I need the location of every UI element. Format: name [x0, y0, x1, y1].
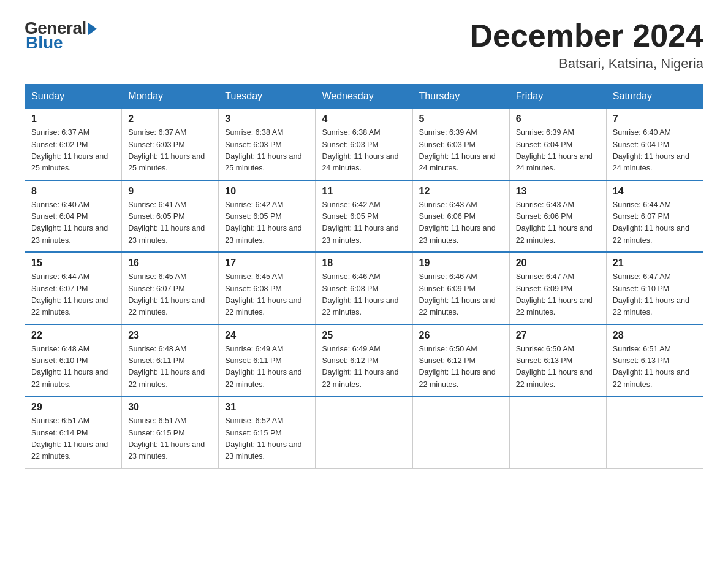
calendar-cell: 3Sunrise: 6:38 AMSunset: 6:03 PMDaylight…	[219, 109, 316, 180]
day-number: 3	[225, 113, 309, 124]
calendar-week-5: 29Sunrise: 6:51 AMSunset: 6:14 PMDayligh…	[25, 396, 703, 468]
day-number: 25	[322, 330, 406, 341]
calendar-table: SundayMondayTuesdayWednesdayThursdayFrid…	[25, 84, 703, 469]
calendar-cell: 31Sunrise: 6:52 AMSunset: 6:15 PMDayligh…	[219, 396, 316, 468]
calendar-cell: 19Sunrise: 6:46 AMSunset: 6:09 PMDayligh…	[412, 252, 509, 324]
header-saturday: Saturday	[606, 85, 703, 109]
calendar-cell: 13Sunrise: 6:43 AMSunset: 6:06 PMDayligh…	[509, 180, 606, 253]
day-number: 2	[128, 113, 212, 124]
day-number: 22	[31, 330, 115, 341]
calendar-cell: 20Sunrise: 6:47 AMSunset: 6:09 PMDayligh…	[509, 252, 606, 324]
day-number: 14	[613, 186, 697, 197]
page-header: General Blue December 2024 Batsari, Kats…	[25, 18, 703, 72]
day-info: Sunrise: 6:39 AMSunset: 6:04 PMDaylight:…	[516, 127, 600, 175]
calendar-cell: 16Sunrise: 6:45 AMSunset: 6:07 PMDayligh…	[122, 252, 219, 324]
day-info: Sunrise: 6:50 AMSunset: 6:12 PMDaylight:…	[419, 343, 503, 391]
calendar-cell: 27Sunrise: 6:50 AMSunset: 6:13 PMDayligh…	[509, 324, 606, 397]
day-info: Sunrise: 6:42 AMSunset: 6:05 PMDaylight:…	[225, 199, 309, 247]
calendar-cell: 24Sunrise: 6:49 AMSunset: 6:11 PMDayligh…	[219, 324, 316, 397]
day-number: 1	[31, 113, 115, 124]
day-info: Sunrise: 6:44 AMSunset: 6:07 PMDaylight:…	[613, 199, 697, 247]
title-area: December 2024 Batsari, Katsina, Nigeria	[469, 18, 703, 72]
calendar-cell: 30Sunrise: 6:51 AMSunset: 6:15 PMDayligh…	[122, 396, 219, 468]
day-info: Sunrise: 6:45 AMSunset: 6:07 PMDaylight:…	[128, 271, 212, 319]
calendar-week-1: 1Sunrise: 6:37 AMSunset: 6:02 PMDaylight…	[25, 109, 703, 180]
day-info: Sunrise: 6:48 AMSunset: 6:10 PMDaylight:…	[31, 343, 115, 391]
day-info: Sunrise: 6:41 AMSunset: 6:05 PMDaylight:…	[128, 199, 212, 247]
day-info: Sunrise: 6:43 AMSunset: 6:06 PMDaylight:…	[516, 199, 600, 247]
calendar-cell: 5Sunrise: 6:39 AMSunset: 6:03 PMDaylight…	[412, 109, 509, 180]
calendar-cell	[316, 396, 412, 468]
day-number: 29	[31, 402, 115, 413]
header-sunday: Sunday	[25, 85, 122, 109]
day-number: 5	[419, 113, 503, 124]
calendar-cell: 21Sunrise: 6:47 AMSunset: 6:10 PMDayligh…	[606, 252, 703, 324]
header-tuesday: Tuesday	[219, 85, 316, 109]
day-info: Sunrise: 6:44 AMSunset: 6:07 PMDaylight:…	[31, 271, 115, 319]
day-info: Sunrise: 6:47 AMSunset: 6:09 PMDaylight:…	[516, 271, 600, 319]
day-info: Sunrise: 6:51 AMSunset: 6:13 PMDaylight:…	[613, 343, 697, 391]
day-number: 9	[128, 186, 212, 197]
day-info: Sunrise: 6:38 AMSunset: 6:03 PMDaylight:…	[225, 127, 309, 175]
day-info: Sunrise: 6:40 AMSunset: 6:04 PMDaylight:…	[31, 199, 115, 247]
calendar-cell: 1Sunrise: 6:37 AMSunset: 6:02 PMDaylight…	[25, 109, 122, 180]
day-number: 10	[225, 186, 309, 197]
day-info: Sunrise: 6:38 AMSunset: 6:03 PMDaylight:…	[322, 127, 406, 175]
day-number: 30	[128, 402, 212, 413]
day-info: Sunrise: 6:37 AMSunset: 6:02 PMDaylight:…	[31, 127, 115, 175]
calendar-cell: 29Sunrise: 6:51 AMSunset: 6:14 PMDayligh…	[25, 396, 122, 468]
header-monday: Monday	[122, 85, 219, 109]
calendar-cell: 25Sunrise: 6:49 AMSunset: 6:12 PMDayligh…	[316, 324, 412, 397]
day-info: Sunrise: 6:39 AMSunset: 6:03 PMDaylight:…	[419, 127, 503, 175]
logo: General Blue	[25, 18, 97, 53]
day-info: Sunrise: 6:48 AMSunset: 6:11 PMDaylight:…	[128, 343, 212, 391]
calendar-cell: 6Sunrise: 6:39 AMSunset: 6:04 PMDaylight…	[509, 109, 606, 180]
day-number: 11	[322, 186, 406, 197]
day-number: 26	[419, 330, 503, 341]
day-info: Sunrise: 6:37 AMSunset: 6:03 PMDaylight:…	[128, 127, 212, 175]
day-number: 13	[516, 186, 600, 197]
day-info: Sunrise: 6:52 AMSunset: 6:15 PMDaylight:…	[225, 415, 309, 463]
day-number: 4	[322, 113, 406, 124]
calendar-cell	[509, 396, 606, 468]
calendar-cell: 2Sunrise: 6:37 AMSunset: 6:03 PMDaylight…	[122, 109, 219, 180]
day-number: 28	[613, 330, 697, 341]
day-number: 19	[419, 258, 503, 269]
day-number: 17	[225, 258, 309, 269]
day-info: Sunrise: 6:46 AMSunset: 6:09 PMDaylight:…	[419, 271, 503, 319]
calendar-header-row: SundayMondayTuesdayWednesdayThursdayFrid…	[25, 85, 703, 109]
calendar-week-4: 22Sunrise: 6:48 AMSunset: 6:10 PMDayligh…	[25, 324, 703, 397]
calendar-cell: 9Sunrise: 6:41 AMSunset: 6:05 PMDaylight…	[122, 180, 219, 253]
day-number: 7	[613, 113, 697, 124]
calendar-week-2: 8Sunrise: 6:40 AMSunset: 6:04 PMDaylight…	[25, 180, 703, 253]
calendar-cell: 15Sunrise: 6:44 AMSunset: 6:07 PMDayligh…	[25, 252, 122, 324]
day-number: 20	[516, 258, 600, 269]
header-friday: Friday	[509, 85, 606, 109]
calendar-cell: 28Sunrise: 6:51 AMSunset: 6:13 PMDayligh…	[606, 324, 703, 397]
day-number: 15	[31, 258, 115, 269]
calendar-cell: 23Sunrise: 6:48 AMSunset: 6:11 PMDayligh…	[122, 324, 219, 397]
calendar-cell: 14Sunrise: 6:44 AMSunset: 6:07 PMDayligh…	[606, 180, 703, 253]
calendar-cell: 4Sunrise: 6:38 AMSunset: 6:03 PMDaylight…	[316, 109, 412, 180]
calendar-cell: 8Sunrise: 6:40 AMSunset: 6:04 PMDaylight…	[25, 180, 122, 253]
calendar-cell: 17Sunrise: 6:45 AMSunset: 6:08 PMDayligh…	[219, 252, 316, 324]
day-info: Sunrise: 6:45 AMSunset: 6:08 PMDaylight:…	[225, 271, 309, 319]
calendar-cell: 11Sunrise: 6:42 AMSunset: 6:05 PMDayligh…	[316, 180, 412, 253]
day-info: Sunrise: 6:51 AMSunset: 6:15 PMDaylight:…	[128, 415, 212, 463]
day-number: 27	[516, 330, 600, 341]
calendar-cell	[412, 396, 509, 468]
calendar-week-3: 15Sunrise: 6:44 AMSunset: 6:07 PMDayligh…	[25, 252, 703, 324]
day-info: Sunrise: 6:43 AMSunset: 6:06 PMDaylight:…	[419, 199, 503, 247]
calendar-cell: 26Sunrise: 6:50 AMSunset: 6:12 PMDayligh…	[412, 324, 509, 397]
day-number: 12	[419, 186, 503, 197]
header-thursday: Thursday	[412, 85, 509, 109]
day-number: 21	[613, 258, 697, 269]
calendar-cell: 7Sunrise: 6:40 AMSunset: 6:04 PMDaylight…	[606, 109, 703, 180]
day-info: Sunrise: 6:42 AMSunset: 6:05 PMDaylight:…	[322, 199, 406, 247]
day-number: 6	[516, 113, 600, 124]
day-number: 23	[128, 330, 212, 341]
day-info: Sunrise: 6:50 AMSunset: 6:13 PMDaylight:…	[516, 343, 600, 391]
day-info: Sunrise: 6:47 AMSunset: 6:10 PMDaylight:…	[613, 271, 697, 319]
day-number: 18	[322, 258, 406, 269]
day-info: Sunrise: 6:49 AMSunset: 6:11 PMDaylight:…	[225, 343, 309, 391]
